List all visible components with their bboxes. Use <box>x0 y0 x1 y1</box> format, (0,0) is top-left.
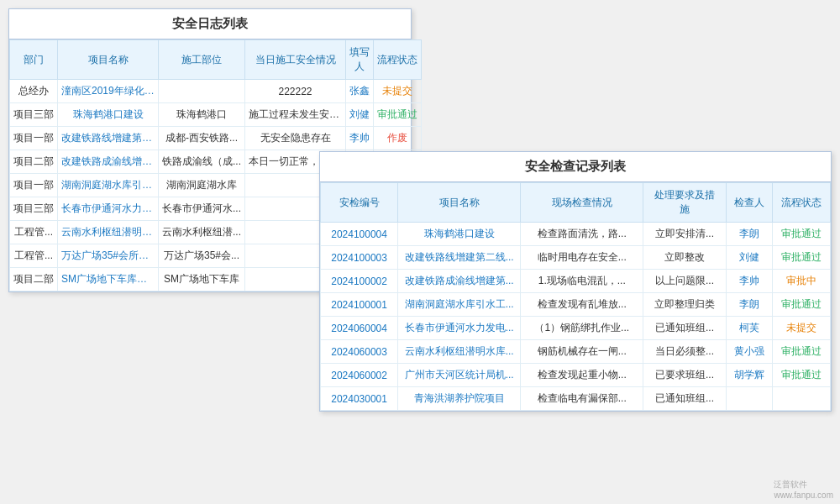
measure-cell: 已通知班组... <box>643 317 727 340</box>
watermark-line2: www.fanpu.com <box>774 491 833 500</box>
status-cell: 审批通过 <box>772 364 830 387</box>
dept-cell: 项目三部 <box>10 197 58 221</box>
id-cell[interactable]: 2024100002 <box>321 270 398 293</box>
inspector-cell[interactable]: 柯芙 <box>726 317 772 340</box>
dept-cell: 项目二部 <box>10 268 58 291</box>
right-table-container: 安全检查记录列表 安检编号 项目名称 现场检查情况 处理要求及措施 检查人 流程… <box>319 151 832 412</box>
id-cell[interactable]: 2024100001 <box>321 293 398 317</box>
col-dept: 部门 <box>10 40 58 80</box>
project-cell[interactable]: 改建铁路线增建第二线... <box>398 246 521 270</box>
col-status: 流程状态 <box>374 40 422 80</box>
inspector-cell[interactable]: 胡学辉 <box>726 364 772 387</box>
col-inspector: 检查人 <box>726 183 772 223</box>
site-cell: SM广场地下车库 <box>159 268 245 291</box>
status-cell: 审批中 <box>772 270 830 293</box>
author-cell[interactable]: 张鑫 <box>346 80 374 103</box>
measure-cell: 立即整改 <box>643 246 727 270</box>
col-site: 施工部位 <box>159 40 245 80</box>
check-cell: 检查临电有漏保部... <box>521 387 643 411</box>
project-cell[interactable]: 长春市伊通河水力发电... <box>398 317 521 340</box>
check-cell: （1）钢筋绑扎作业... <box>521 317 643 340</box>
inspector-cell[interactable]: 李朗 <box>726 293 772 317</box>
table-row: 2024060004长春市伊通河水力发电...（1）钢筋绑扎作业...已通知班组… <box>321 317 831 340</box>
project-cell[interactable]: 云南水利枢纽潜明水库... <box>398 340 521 364</box>
project-cell[interactable]: 珠海鹤港口建设 <box>398 223 521 246</box>
table-row: 2024060002广州市天河区统计局机...检查发现起重小物...已要求班组.… <box>321 364 831 387</box>
project-cell[interactable]: 改建铁路成渝线增建第... <box>398 270 521 293</box>
measure-cell: 立即安排清... <box>643 223 727 246</box>
project-cell[interactable]: 珠海鹤港口建设 <box>58 103 159 127</box>
dept-cell: 项目二部 <box>10 150 58 174</box>
watermark: 泛普软件 www.fanpu.com <box>774 479 833 500</box>
status-cell: 审批通过 <box>772 293 830 317</box>
measure-cell: 立即整理归类 <box>643 293 727 317</box>
col-measure: 处理要求及措施 <box>643 183 727 223</box>
table-row: 2024100001湖南洞庭湖水库引水工...检查发现有乱堆放...立即整理归类… <box>321 293 831 317</box>
status-cell: 审批通过 <box>772 223 830 246</box>
status-cell: 审批通过 <box>374 103 422 127</box>
project-cell[interactable]: 潼南区2019年绿化补贴项... <box>58 80 159 103</box>
id-cell[interactable]: 2024100004 <box>321 223 398 246</box>
table-row: 项目三部珠海鹤港口建设珠海鹤港口施工过程未发生安全事故...刘健审批通过 <box>10 103 422 127</box>
situation-cell: 施工过程未发生安全事故... <box>245 103 346 127</box>
dept-cell: 工程管... <box>10 221 58 244</box>
status-cell: 审批通过 <box>772 340 830 364</box>
watermark-line1: 泛普软件 <box>774 479 833 491</box>
right-table-body: 2024100004珠海鹤港口建设检查路面清洗，路...立即安排清...李朗审批… <box>321 223 831 411</box>
project-cell[interactable]: 广州市天河区统计局机... <box>398 364 521 387</box>
table-row: 2024100003改建铁路线增建第二线...临时用电存在安全...立即整改刘健… <box>321 246 831 270</box>
id-cell[interactable]: 2024060002 <box>321 364 398 387</box>
inspector-cell[interactable]: 黄小强 <box>726 340 772 364</box>
table-row: 2024030001青海洪湖养护院项目检查临电有漏保部...已通知班组... <box>321 387 831 411</box>
project-cell[interactable]: 湖南洞庭湖水库引水工程... <box>58 174 159 197</box>
measure-cell: 已通知班组... <box>643 387 727 411</box>
status-cell: 审批通过 <box>772 246 830 270</box>
left-table-title: 安全日志列表 <box>9 9 411 39</box>
author-cell[interactable]: 刘健 <box>346 103 374 127</box>
check-cell: 1.现场临电混乱，... <box>521 270 643 293</box>
site-cell: 成都-西安铁路... <box>159 127 245 150</box>
project-cell[interactable]: SM广场地下车库更换摄... <box>58 268 159 291</box>
author-cell[interactable]: 李帅 <box>346 127 374 150</box>
measure-cell: 已要求班组... <box>643 364 727 387</box>
project-cell[interactable]: 改建铁路成渝线增建第二... <box>58 150 159 174</box>
id-cell[interactable]: 2024060003 <box>321 340 398 364</box>
site-cell: 长春市伊通河水... <box>159 197 245 221</box>
site-cell: 湖南洞庭湖水库 <box>159 174 245 197</box>
situation-cell: 222222 <box>245 80 346 103</box>
status-cell: 未提交 <box>772 317 830 340</box>
inspector-cell[interactable]: 李朗 <box>726 223 772 246</box>
site-cell: 万达广场35#会... <box>159 244 245 268</box>
status-cell: 作废 <box>374 127 422 150</box>
check-cell: 检查发现有乱堆放... <box>521 293 643 317</box>
table-row: 2024100004珠海鹤港口建设检查路面清洗，路...立即安排清...李朗审批… <box>321 223 831 246</box>
project-cell[interactable]: 湖南洞庭湖水库引水工... <box>398 293 521 317</box>
col-author: 填写人 <box>346 40 374 80</box>
right-table-header-row: 安检编号 项目名称 现场检查情况 处理要求及措施 检查人 流程状态 <box>321 183 831 223</box>
site-cell <box>159 80 245 103</box>
measure-cell: 当日必须整... <box>643 340 727 364</box>
table-row: 项目一部改建铁路线增建第二线直...成都-西安铁路...无安全隐患存在李帅作废 <box>10 127 422 150</box>
dept-cell: 项目一部 <box>10 174 58 197</box>
id-cell[interactable]: 2024100003 <box>321 246 398 270</box>
id-cell[interactable]: 2024060004 <box>321 317 398 340</box>
project-cell[interactable]: 云南水利枢纽潜明水库一... <box>58 221 159 244</box>
dept-cell: 项目一部 <box>10 127 58 150</box>
right-table: 安检编号 项目名称 现场检查情况 处理要求及措施 检查人 流程状态 202410… <box>320 182 831 411</box>
project-cell[interactable]: 长春市伊通河水力发电厂... <box>58 197 159 221</box>
inspector-cell <box>726 387 772 411</box>
site-cell: 云南水利枢纽潜... <box>159 221 245 244</box>
project-cell[interactable]: 青海洪湖养护院项目 <box>398 387 521 411</box>
table-row: 2024100002改建铁路成渝线增建第...1.现场临电混乱，...以上问题限… <box>321 270 831 293</box>
table-row: 总经办潼南区2019年绿化补贴项...222222张鑫未提交 <box>10 80 422 103</box>
col-project-name: 项目名称 <box>398 183 521 223</box>
col-situation: 当日施工安全情况 <box>245 40 346 80</box>
inspector-cell[interactable]: 刘健 <box>726 246 772 270</box>
project-cell[interactable]: 改建铁路线增建第二线直... <box>58 127 159 150</box>
dept-cell: 工程管... <box>10 244 58 268</box>
id-cell[interactable]: 2024030001 <box>321 387 398 411</box>
right-table-title: 安全检查记录列表 <box>320 152 831 182</box>
site-cell: 珠海鹤港口 <box>159 103 245 127</box>
project-cell[interactable]: 万达广场35#会所及咖啡... <box>58 244 159 268</box>
inspector-cell[interactable]: 李帅 <box>726 270 772 293</box>
